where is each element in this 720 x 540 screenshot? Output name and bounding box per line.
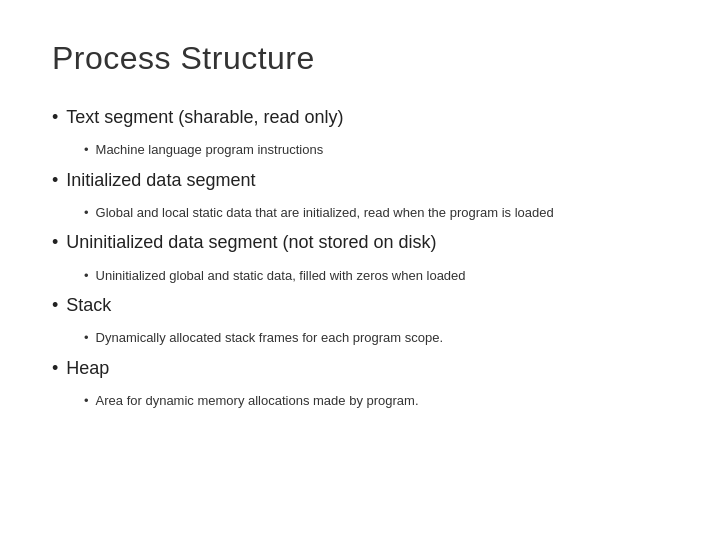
bullet-text-l1-4: Heap xyxy=(66,356,109,381)
bullet-l1-initialized-data: • Initialized data segment xyxy=(52,168,668,193)
bullet-marker-l2-0-0: • xyxy=(84,140,89,160)
bullet-text-l2-3-0: Dynamically allocated stack frames for e… xyxy=(96,328,444,348)
bullet-marker-l2-1-0: • xyxy=(84,203,89,223)
bullet-text-l1-0: Text segment (sharable, read only) xyxy=(66,105,343,130)
sub-bullets-4: • Area for dynamic memory allocations ma… xyxy=(84,391,668,411)
bullet-marker-l1-3: • xyxy=(52,293,58,318)
bullet-l2-1-0: • Global and local static data that are … xyxy=(84,203,668,223)
bullet-text-l2-1-0: Global and local static data that are in… xyxy=(96,203,554,223)
bullet-l2-4-0: • Area for dynamic memory allocations ma… xyxy=(84,391,668,411)
sub-bullets-0: • Machine language program instructions xyxy=(84,140,668,160)
bullet-l1-text-segment: • Text segment (sharable, read only) xyxy=(52,105,668,130)
bullet-l1-uninitialized-data: • Uninitialized data segment (not stored… xyxy=(52,230,668,255)
bullet-l1-stack: • Stack xyxy=(52,293,668,318)
bullet-item-stack: • Stack • Dynamically allocated stack fr… xyxy=(52,293,668,356)
bullet-marker-l1-2: • xyxy=(52,230,58,255)
bullet-text-l1-3: Stack xyxy=(66,293,111,318)
bullet-marker-l2-3-0: • xyxy=(84,328,89,348)
bullet-text-l2-4-0: Area for dynamic memory allocations made… xyxy=(96,391,419,411)
bullet-text-l1-1: Initialized data segment xyxy=(66,168,255,193)
sub-bullets-2: • Uninitialized global and static data, … xyxy=(84,266,668,286)
bullet-l2-2-0: • Uninitialized global and static data, … xyxy=(84,266,668,286)
bullet-l2-0-0: • Machine language program instructions xyxy=(84,140,668,160)
bullet-l2-3-0: • Dynamically allocated stack frames for… xyxy=(84,328,668,348)
bullet-marker-l2-2-0: • xyxy=(84,266,89,286)
bullet-marker-l1-0: • xyxy=(52,105,58,130)
bullet-marker-l2-4-0: • xyxy=(84,391,89,411)
bullet-item-text-segment: • Text segment (sharable, read only) • M… xyxy=(52,105,668,168)
bullet-text-l1-2: Uninitialized data segment (not stored o… xyxy=(66,230,436,255)
bullet-item-heap: • Heap • Area for dynamic memory allocat… xyxy=(52,356,668,419)
bullet-item-uninitialized-data: • Uninitialized data segment (not stored… xyxy=(52,230,668,293)
slide-title: Process Structure xyxy=(52,40,668,77)
bullet-text-l2-2-0: Uninitialized global and static data, fi… xyxy=(96,266,466,286)
bullet-marker-l1-1: • xyxy=(52,168,58,193)
sub-bullets-1: • Global and local static data that are … xyxy=(84,203,668,223)
bullet-text-l2-0-0: Machine language program instructions xyxy=(96,140,324,160)
bullet-marker-l1-4: • xyxy=(52,356,58,381)
slide-container: Process Structure • Text segment (sharab… xyxy=(0,0,720,540)
bullet-item-initialized-data: • Initialized data segment • Global and … xyxy=(52,168,668,231)
bullet-l1-heap: • Heap xyxy=(52,356,668,381)
sub-bullets-3: • Dynamically allocated stack frames for… xyxy=(84,328,668,348)
content-area: • Text segment (sharable, read only) • M… xyxy=(52,105,668,418)
